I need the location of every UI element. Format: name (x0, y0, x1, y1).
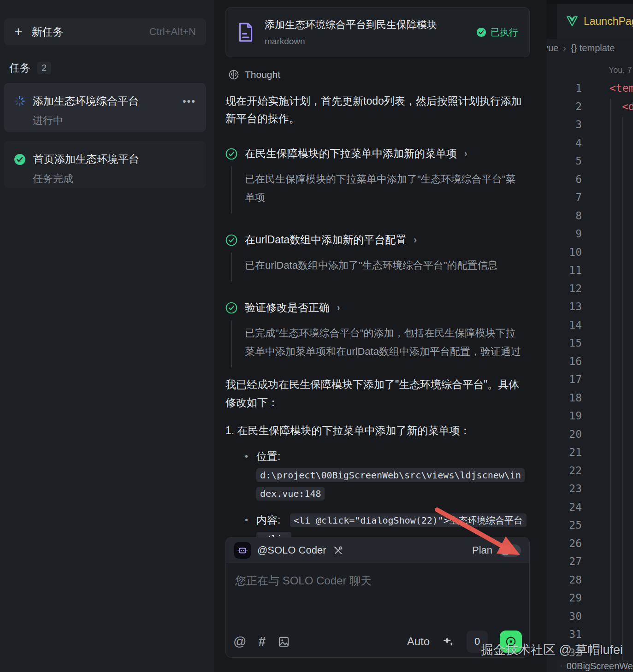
task-item-running[interactable]: 添加生态环境综合平台 ••• 进行中 (4, 83, 206, 132)
context-counter-button[interactable]: 0 (467, 631, 488, 653)
doc-card-type: markdown (265, 36, 437, 47)
task-title: 首页添加生态环境平台 (33, 152, 196, 166)
line-number: 18 (547, 389, 586, 407)
line-number: 17 (547, 371, 586, 389)
line-number: 9 (547, 225, 586, 243)
line-number: 8 (547, 207, 586, 225)
location-label: 位置: (256, 447, 517, 466)
line-number: 24 (547, 498, 586, 517)
step-title: 验证修改是否正确 (245, 301, 330, 315)
line-number: 26 (547, 535, 586, 553)
sparkle-icon[interactable] (442, 635, 455, 648)
line-number: 30 (547, 607, 586, 626)
workspace-name: 00BigScreenWe (567, 661, 633, 672)
line-number: 31 (547, 625, 586, 644)
thought-section-header[interactable]: Thought (228, 69, 527, 80)
line-number: 15 (547, 334, 586, 353)
notebook-icon (561, 662, 562, 670)
thought-label: Thought (245, 69, 280, 80)
task-item-done[interactable]: 首页添加生态环境平台 任务完成 (4, 141, 206, 188)
line-number: 20 (547, 425, 586, 444)
plus-icon: + (14, 25, 23, 39)
new-task-label: 新任务 (32, 25, 64, 39)
chat-composer: @SOLO Coder Plan 您正在与 SOLO Coder 聊天 @ # (225, 537, 530, 658)
agent-name[interactable]: @SOLO Coder (257, 544, 326, 556)
tasks-header-label: 任务 (9, 61, 30, 75)
tasks-header: 任务 2 (9, 61, 51, 75)
line-number: 23 (547, 480, 586, 498)
editor-line-numbers: 1234567891011121314151617181920212223242… (547, 79, 586, 662)
code-area[interactable]: 1234567891011121314151617181920212223242… (547, 79, 633, 660)
step-header[interactable]: 验证修改是否正确 › (225, 301, 530, 315)
line-number: 25 (547, 516, 586, 535)
editor-tab-launchpage[interactable]: LaunchPage (557, 4, 633, 39)
document-icon (237, 22, 254, 42)
tabbar-gap (547, 4, 557, 39)
line-number: 1 (547, 79, 586, 98)
file-path-code[interactable]: d:\project\00BigScreenWeb\src\views\ldjs… (256, 468, 525, 501)
line-number: 2 (547, 98, 586, 116)
step-check-icon (225, 148, 237, 160)
indent-guide (622, 117, 623, 660)
line-number: 19 (547, 407, 586, 425)
hash-icon[interactable]: # (258, 634, 266, 649)
doc-card-title: 添加生态环境综合平台到民生保障模块 (265, 18, 437, 32)
chat-input[interactable]: 您正在与 SOLO Coder 聊天 (235, 573, 372, 588)
code-line-2: <div (622, 98, 633, 116)
line-number: 6 (547, 171, 586, 189)
tools-icon[interactable] (333, 545, 343, 556)
breadcrumb[interactable]: vue › {} template (547, 39, 633, 57)
line-number: 21 (547, 443, 586, 462)
step-header[interactable]: 在民生保障模块的下拉菜单中添加新的菜单项 › (225, 147, 530, 161)
code-line-1: <template> (609, 79, 633, 98)
task-title: 添加生态环境综合平台 (33, 94, 175, 108)
spinner-icon (14, 95, 25, 107)
breadcrumb-file[interactable]: vue (547, 43, 558, 53)
record-icon (505, 636, 517, 648)
workspace-item[interactable]: 00BigScreenWe (557, 660, 633, 672)
thought-icon (228, 69, 239, 80)
step-check-icon (225, 302, 237, 314)
line-number: 10 (547, 243, 586, 262)
step-detail: 已在urlData数组中添加了"生态环境综合平台"的配置信息 (245, 256, 521, 275)
task-more-button[interactable]: ••• (183, 95, 196, 107)
chevron-right-icon: › (337, 302, 340, 313)
step-header[interactable]: 在urlData数组中添加新的平台配置 › (225, 233, 530, 247)
git-blame-annotation: You, 7 (609, 65, 632, 75)
check-circle-icon (14, 153, 26, 165)
tasks-count-badge: 2 (37, 62, 51, 74)
chevron-right-icon: › (464, 148, 467, 159)
mention-icon[interactable]: @ (233, 634, 246, 649)
model-mode-selector[interactable]: Auto (407, 635, 430, 648)
numbered-item: 1. 在民生保障模块的下拉菜单中添加了新的菜单项： (225, 424, 530, 438)
task-sidebar: + 新任务 Ctrl+Alt+N 任务 2 (0, 0, 214, 672)
bullet-dot: • (245, 447, 248, 502)
image-attach-icon[interactable] (278, 636, 290, 648)
plan-toggle[interactable] (499, 544, 521, 557)
content-label: 内容: (256, 514, 280, 526)
plan-label: Plan (472, 544, 492, 556)
agent-intro-text: 现在开始实施计划，首先更新todo列表，然后按照计划执行添加新平台的操作。 (225, 92, 529, 127)
line-number: 14 (547, 316, 586, 335)
new-task-shortcut: Ctrl+Alt+N (149, 26, 196, 38)
tab-filename: LaunchPage (584, 15, 633, 28)
line-number: 29 (547, 589, 586, 607)
todo-step: 在urlData数组中添加新的平台配置 › 已在urlData数组中添加了"生态… (225, 233, 530, 281)
task-status: 进行中 (33, 114, 196, 128)
line-number: 13 (547, 298, 586, 316)
breadcrumb-separator: › (563, 43, 566, 53)
location-bullet: • 位置: d:\project\00BigScreenWeb\src\view… (245, 447, 530, 502)
chevron-right-icon: › (414, 234, 416, 246)
new-task-button[interactable]: + 新任务 Ctrl+Alt+N (4, 18, 206, 45)
composer-body: 您正在与 SOLO Coder 聊天 @ # Auto (226, 563, 529, 658)
voice-record-button[interactable] (500, 631, 522, 653)
breadcrumb-symbol[interactable]: {} template (571, 43, 615, 53)
step-detail: 已在民生保障模块的下拉菜单中添加了"生态环境综合平台"菜单项 (245, 170, 521, 207)
line-number: 11 (547, 261, 586, 280)
status-badge: 已执行 (476, 26, 518, 39)
markdown-doc-card[interactable]: 添加生态环境综合平台到民生保障模块 markdown 已执行 (225, 7, 530, 57)
step-check-icon (225, 234, 237, 246)
line-number: 7 (547, 189, 586, 207)
line-number: 27 (547, 553, 586, 571)
plan-toggle-knob (500, 545, 510, 555)
